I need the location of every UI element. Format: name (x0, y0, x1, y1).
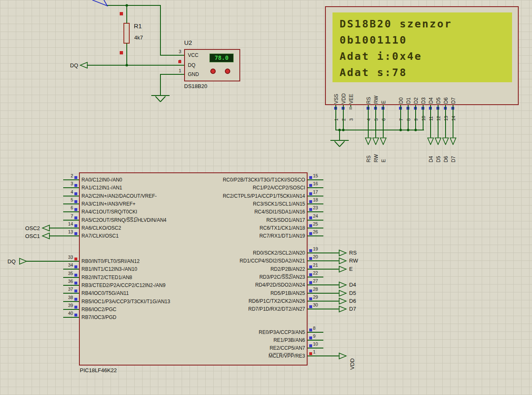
mcu-pin-name: RE2/CCP5/AN7 (168, 345, 305, 351)
mcu-pin-number: 21 (313, 263, 325, 268)
mcu-pin-name: M̅C̅L̅R̅/V̅P̅P̅/RE3 (168, 353, 305, 359)
terminal-arrow-icon (42, 232, 50, 240)
terminal-arrow-icon (79, 61, 88, 69)
wire (335, 130, 424, 130)
mcu-pin-stub (308, 179, 323, 180)
lcd-screen: DS18B20 szenzor 0b1001110 Adat i:0x4e Ad… (332, 12, 512, 82)
net-label: D7 (451, 156, 456, 162)
mcu-pin-name: RD3/P2C/S̅S̅2̅/AN23 (168, 274, 305, 280)
net-label: D5 (349, 290, 356, 296)
mcu-pin-name: RD1/CCP4/SDI2/SDA2/AN21 (168, 258, 305, 264)
wire (375, 105, 376, 137)
lcd-pin-number: 4 (366, 118, 372, 121)
mcu-pin-stub (308, 253, 323, 253)
wire (323, 285, 339, 285)
net-label: E (381, 159, 387, 162)
wire (323, 269, 339, 270)
mcu-pin-number: 33 (61, 255, 73, 260)
sensor-ref: U2 (184, 39, 192, 46)
lcd-pin-name: RS (366, 97, 372, 104)
sensor-pin-number: 3 (175, 49, 181, 54)
mcu-pin-stub (63, 211, 79, 212)
mcu-pin-name: RA7/CLKI/OSC1 (81, 233, 118, 239)
terminal-arrow-icon (427, 137, 435, 145)
mcu-pin-stub (63, 317, 79, 318)
lcd-pin-number: 13 (443, 116, 449, 121)
mcu-pin-stub (63, 301, 79, 302)
lcd-pin-name: D3 (421, 98, 426, 104)
pin-marker (309, 184, 312, 187)
net-label: D4 (349, 282, 356, 288)
mcu-pin-stub (308, 277, 323, 277)
schematic-canvas: R1 4k7 U2 DS18B20 VCC DQ GND 3 2 1 78.0 … (0, 0, 532, 395)
temp-down-button[interactable] (225, 69, 230, 74)
pin-marker (74, 258, 77, 260)
pin-marker (309, 336, 312, 339)
mcu-pin-number: 8 (313, 326, 325, 331)
net-label: D5 (436, 156, 441, 162)
resistor-body[interactable] (123, 23, 130, 44)
wire (368, 105, 369, 137)
mcu-pin-number: 18 (313, 197, 325, 203)
mcu-pin-stub (308, 204, 323, 204)
mcu-pin-name: RD4/P2D/SDO2/AN24 (168, 282, 305, 288)
mcu-pin-stub (308, 309, 323, 309)
wire (160, 5, 161, 56)
mcu-pin-stub (308, 332, 323, 333)
mcu-pin-name: RB4/IOC0/T5G/AN11 (81, 290, 129, 296)
net-label: D7 (349, 306, 356, 312)
mcu-pin-name: RC0/P2B/T3CKI/T3G/T1CKI/SOSCO (168, 177, 305, 183)
lcd-pin-number: 5 (374, 118, 379, 121)
mcu-pin-stub (63, 277, 79, 278)
lcd-pin-name: D5 (436, 98, 441, 104)
pin-marker (74, 208, 77, 211)
terminal-arrow-icon (379, 137, 388, 145)
mcu-pin-number: 15 (313, 173, 325, 179)
mcu-pin-number: 10 (313, 341, 325, 347)
wire (323, 293, 339, 294)
net-label: RW (373, 154, 379, 162)
wire (323, 260, 339, 261)
mcu-pin-number: 4 (61, 189, 73, 195)
terminal-arrow-icon (339, 297, 347, 305)
mcu-pin-stub (308, 211, 323, 212)
wire-junction (126, 64, 128, 66)
terminal-arrow-icon (372, 137, 380, 145)
mcu-pin-name: RB5/IOC1/P3A/CCP3/T3CKI/T1G/AN13 (81, 299, 170, 304)
terminal-arrow-icon (339, 305, 347, 313)
sensor-pin-name: DQ (188, 62, 195, 68)
lcd-pin-name: D2 (413, 98, 419, 104)
mcu-pin-number: 39 (61, 303, 73, 308)
mcu-pin-number: 9 (313, 334, 325, 339)
mcu-part-label: PIC18LF46K22 (80, 367, 117, 373)
mcu-pin-stub (63, 179, 79, 180)
pin-marker (74, 265, 77, 268)
mcu-pin-number: 23 (313, 205, 325, 211)
resistor-value: 4k7 (134, 34, 143, 41)
mcu-pin-stub (63, 293, 79, 294)
wire (160, 74, 184, 75)
temp-up-button[interactable] (210, 69, 216, 74)
wire (438, 105, 438, 137)
net-label: VDD (349, 358, 355, 370)
lcd-pin-name: RW (373, 96, 379, 104)
mcu-pin-name: RB1/INT1/C12IN3-/AN10 (81, 266, 137, 272)
wire (423, 105, 424, 130)
mcu-pin-name: RA6/CLKO/OSC2 (81, 225, 121, 231)
mcu-pin-name: RA0/C12IN0-/AN0 (81, 177, 122, 183)
terminal-arrow-icon (339, 265, 347, 273)
wire (323, 253, 339, 253)
sensor-pin-number: 1 (175, 68, 181, 74)
mcu-pin-number: 19 (313, 246, 325, 252)
lcd-pin-number: 3 (349, 118, 354, 121)
mcu-pin-number: 36 (61, 279, 73, 284)
pin-marker (309, 344, 312, 347)
wire (445, 105, 446, 137)
wire (430, 105, 431, 137)
terminal-label-dq-bottom: DQ (7, 258, 16, 265)
pin-marker (309, 232, 312, 235)
pin-marker (309, 290, 312, 292)
temperature-value: 78.0 (214, 54, 229, 61)
wire-junction (338, 129, 341, 131)
mcu-pin-stub (308, 356, 323, 356)
